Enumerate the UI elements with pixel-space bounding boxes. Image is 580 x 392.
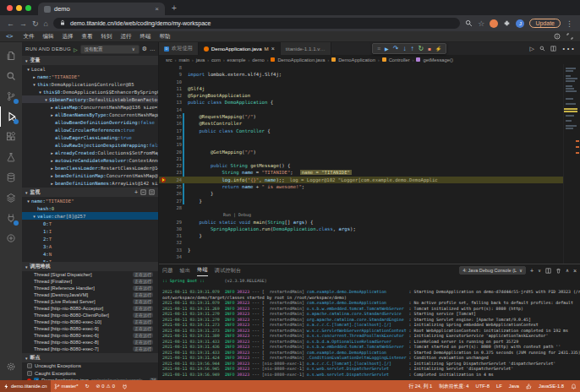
breadcrumb-item[interactable]: src xyxy=(166,57,172,63)
menubar-item[interactable]: 编辑 xyxy=(38,33,57,39)
drag-handle-icon[interactable]: ≡ xyxy=(377,46,380,52)
thread-row[interactable]: Thread [http-nio-8080-exec-9]正在运行 xyxy=(22,325,158,332)
breadcrumb-item[interactable]: DemoApplication xyxy=(338,57,375,63)
gutter[interactable]: 31 xyxy=(159,232,184,239)
explorer-icon[interactable] xyxy=(0,46,22,66)
watch-row[interactable]: 0: T xyxy=(22,220,158,227)
gutter[interactable]: 28 xyxy=(159,204,184,211)
hot-code-replace-icon[interactable]: ⚡ xyxy=(435,46,442,52)
debug-plug-icon[interactable] xyxy=(118,380,131,392)
breakpoint-checkbox[interactable] xyxy=(27,363,32,368)
editor-more-icon[interactable]: ⋯ xyxy=(561,41,575,57)
bookmark-star-icon[interactable]: ☆ xyxy=(478,19,484,28)
breadcrumb-item[interactable]: example xyxy=(227,57,246,63)
codelens-run-debug[interactable]: Run | Debug xyxy=(184,211,251,218)
variable-row[interactable]: allowEagerClassLoading: true xyxy=(22,133,158,141)
editor-tab[interactable]: D欢迎使用 xyxy=(159,42,199,55)
new-terminal-icon[interactable]: + xyxy=(530,268,533,274)
remove-watch-icon[interactable] xyxy=(149,189,155,195)
step-into-icon[interactable]: ↓ xyxy=(402,45,406,52)
debug-config-dropdown[interactable]: 没有配置 ∨ xyxy=(80,45,140,54)
remote-indicator[interactable]: demo.titanide.cn xyxy=(0,380,51,392)
variable-row[interactable]: ▾$$beanFactory: DefaultListableBeanFacto… xyxy=(22,95,158,103)
continue-icon[interactable]: ▶ xyxy=(385,46,389,52)
menubar-item[interactable]: 运行 xyxy=(116,33,135,39)
gutter[interactable]: 8 xyxy=(159,64,184,71)
step-out-icon[interactable]: ↑ xyxy=(410,45,413,52)
menubar-item[interactable]: 终端 xyxy=(135,33,155,39)
watch-row[interactable]: ▾value: char[8]@257 xyxy=(22,212,158,220)
gutter[interactable]: 19 xyxy=(159,141,184,148)
variables-section-header[interactable]: ▾ 变量 xyxy=(22,56,158,65)
test-beaker-icon[interactable] xyxy=(0,147,22,167)
thread-row[interactable]: Thread [http-nio-8080-exec-8]正在运行 xyxy=(22,339,158,346)
menubar-item[interactable]: 选择 xyxy=(57,33,77,39)
split-terminal-icon[interactable] xyxy=(545,268,551,274)
problems-item[interactable]: ⊘ 0 ⚠ 0 xyxy=(92,380,118,392)
code-editor[interactable]: 89import lombok.extern.slf4j.Slf4j;1011@… xyxy=(159,64,580,264)
gutter[interactable]: 17 xyxy=(159,128,184,134)
maximize-panel-icon[interactable]: ∧ xyxy=(566,268,569,273)
close-window-button[interactable] xyxy=(7,5,13,11)
gear-icon[interactable]: ⚙ xyxy=(142,46,147,52)
add-watch-icon[interactable]: + xyxy=(134,189,138,195)
gutter[interactable]: 12 xyxy=(159,92,184,99)
start-debug-icon[interactable]: ▷ xyxy=(74,46,78,52)
extensions-puzzle-icon[interactable] xyxy=(503,19,511,27)
gutter[interactable]: 32 xyxy=(159,239,184,246)
git-branch-item[interactable]: master* xyxy=(51,380,82,392)
menubar-item[interactable]: 转到 xyxy=(96,33,116,39)
java-status-icon[interactable] xyxy=(523,380,535,392)
thread-row[interactable]: Thread [Signal Dispatcher]正在运行 xyxy=(22,271,158,278)
kill-terminal-icon[interactable] xyxy=(555,268,561,274)
search-editor-icon[interactable] xyxy=(539,46,545,52)
watch-row[interactable]: ▾name: "TITANIDE" xyxy=(22,197,158,204)
gutter[interactable]: 30 xyxy=(159,226,184,232)
variable-row[interactable]: ▾Local xyxy=(22,65,158,73)
gutter[interactable]: 25 xyxy=(159,183,184,190)
thread-row[interactable]: Thread [DestroyJavaVM]正在运行 xyxy=(22,291,158,298)
indentation[interactable]: 制表符长度: 4 xyxy=(435,380,472,392)
panel-tab-终端[interactable]: 终端 xyxy=(197,264,208,276)
source-control-icon[interactable] xyxy=(0,86,22,106)
gutter[interactable]: 27 xyxy=(159,198,184,204)
address-bar[interactable]: demo.titanide.cn/ide/web/coding/demo/my-… xyxy=(53,18,460,29)
thread-row[interactable]: Thread [http-nio-8080-exec-10]正在运行 xyxy=(22,318,158,325)
extensions-icon[interactable] xyxy=(0,127,22,147)
panel-tab-问题[interactable]: 问题 xyxy=(162,264,173,276)
variable-row[interactable]: ▾this$0: DemoApplication$$EnhancerBySpri… xyxy=(22,88,158,95)
minimize-window-button[interactable] xyxy=(16,5,22,11)
close-panel-icon[interactable]: × xyxy=(573,268,577,274)
encoding[interactable]: UTF-8 xyxy=(473,380,493,392)
variable-row[interactable]: ▸alreadyCreated: Collections$SetFromMap@… xyxy=(22,149,158,156)
breakpoint-row[interactable]: Caught Exceptions xyxy=(22,370,158,378)
editor-tab[interactable]: titanide-1.1.1.v… xyxy=(281,42,331,55)
collapse-watch-icon[interactable] xyxy=(140,189,146,195)
variable-row[interactable]: ▸autowireCandidateResolver: ContextAnnot… xyxy=(22,156,158,164)
database-icon[interactable] xyxy=(0,167,22,188)
breakpoint-checkbox[interactable] xyxy=(27,371,32,376)
thread-row[interactable]: Thread [http-nio-8080-exec-6]正在运行 xyxy=(22,332,158,339)
variable-row[interactable]: allowRawInjectionDespiteWrapping: false xyxy=(22,141,158,149)
gutter[interactable]: 22 xyxy=(159,162,184,169)
breakpoint-hit-icon[interactable] xyxy=(161,177,166,182)
stop-icon[interactable]: ■ xyxy=(428,46,431,52)
breadcrumb-item[interactable]: java xyxy=(196,57,205,63)
info-circle-icon[interactable] xyxy=(554,33,561,40)
run-file-icon[interactable]: ▷ xyxy=(530,46,534,52)
gutter[interactable]: 15 xyxy=(159,113,184,120)
callstack-section-header[interactable]: ▾ 调用堆栈 xyxy=(22,262,158,271)
breakpoint-row[interactable]: Uncaught Exceptions xyxy=(22,362,158,370)
gutter[interactable]: 13 xyxy=(159,99,184,106)
remote-plug-icon[interactable] xyxy=(0,208,22,228)
more-actions-icon[interactable]: ⋯ xyxy=(150,46,155,52)
variable-row[interactable]: ▸allBeanNamesByType: ConcurrentHashMap@1… xyxy=(22,111,158,118)
browser-tab[interactable]: demo × xyxy=(38,3,165,15)
restart-icon[interactable]: ↻ xyxy=(418,45,424,52)
cursor-position[interactable]: 行 24, 列 1 xyxy=(405,380,435,392)
gutter[interactable]: 20 xyxy=(159,149,184,155)
step-over-icon[interactable]: ↷ xyxy=(393,45,399,52)
thread-row[interactable]: Thread [Finalizer]正在运行 xyxy=(22,278,158,285)
zoom-icon[interactable] xyxy=(465,19,473,27)
gutter[interactable]: 14 xyxy=(159,106,184,113)
